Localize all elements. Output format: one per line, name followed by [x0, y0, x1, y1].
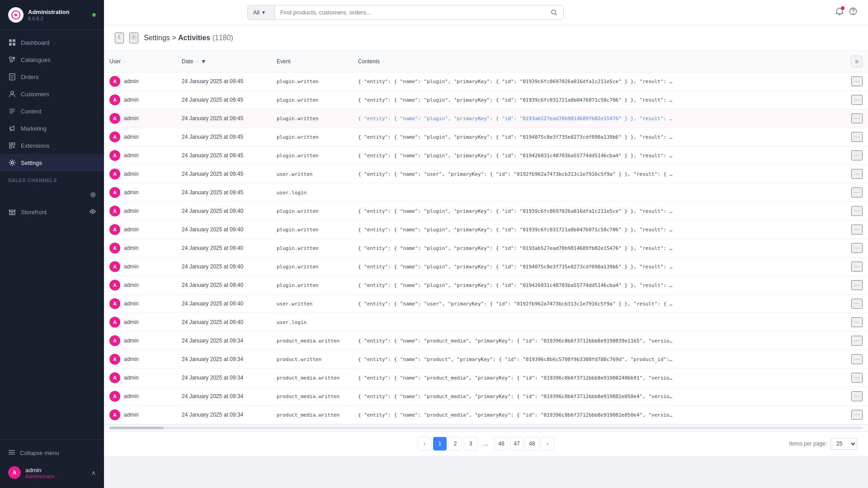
row-actions-btn-4[interactable]: ··· [851, 150, 863, 160]
row-actions-btn-7[interactable]: ··· [851, 206, 863, 216]
table-row: A admin 24 January 2025 at 09:40 plugin.… [104, 258, 868, 276]
svg-rect-15 [9, 111, 15, 112]
help-button[interactable] [849, 7, 857, 18]
horizontal-scrollbar[interactable] [104, 424, 868, 431]
cell-date-0: 24 January 2025 at 09:45 [176, 72, 271, 91]
svg-rect-5 [9, 57, 12, 59]
cell-date-9: 24 January 2025 at 09:40 [176, 239, 271, 258]
sidebar-item-content[interactable]: Content [0, 103, 104, 120]
table-row: A admin 24 January 2025 at 09:45 plugin.… [104, 109, 868, 128]
row-actions-btn-16[interactable]: ··· [851, 373, 863, 383]
contents-col-sort[interactable]: ··· [382, 59, 386, 64]
add-channel-icon[interactable]: ⊕ [90, 190, 96, 199]
table-row: A admin 24 January 2025 at 09:34 product… [104, 350, 868, 369]
cell-date-3: 24 January 2025 at 09:45 [176, 128, 271, 146]
sidebar-item-extensions[interactable]: Extensions [0, 137, 104, 154]
table-row: A admin 24 January 2025 at 09:40 user.wr… [104, 295, 868, 313]
row-actions-btn-15[interactable]: ··· [851, 354, 863, 364]
row-actions-btn-8[interactable]: ··· [851, 225, 863, 235]
row-actions-btn-11[interactable]: ··· [851, 280, 863, 290]
topbar-actions [835, 7, 857, 18]
cell-date-15: 24 January 2025 at 09:34 [176, 350, 271, 369]
sidebar-item-storefront[interactable]: Storefront [0, 203, 104, 221]
row-actions-btn-9[interactable]: ··· [851, 243, 863, 253]
search-filter-dropdown[interactable]: All ▼ [248, 5, 275, 19]
sidebar-item-label-catalogues: Catalogues [21, 56, 51, 63]
table-row: A admin 24 January 2025 at 09:40 plugin.… [104, 202, 868, 221]
sidebar-item-orders[interactable]: Orders [0, 68, 104, 85]
event-col-sort[interactable]: ··· [292, 59, 297, 64]
svg-rect-11 [10, 77, 14, 77]
row-actions-btn-18[interactable]: ··· [851, 410, 863, 420]
svg-rect-19 [13, 143, 15, 145]
activities-count: (1180) [212, 34, 233, 42]
avatar-13: A [109, 317, 120, 328]
search-bar: All ▼ [247, 5, 564, 20]
sidebar-nav: Dashboard Catalogues Orders Customers Co… [0, 30, 104, 439]
cell-contents-18: { "entity": { "name": "product_media", "… [353, 406, 868, 424]
row-actions-btn-6[interactable]: ··· [851, 188, 863, 197]
row-actions-btn-0[interactable]: ··· [851, 76, 863, 86]
svg-point-13 [11, 91, 14, 94]
cell-event-18: product_media.written [271, 406, 353, 424]
pagination-next[interactable]: › [541, 437, 554, 450]
row-actions-btn-2[interactable]: ··· [851, 113, 863, 123]
sidebar-item-marketing[interactable]: Marketing [0, 120, 104, 137]
search-input[interactable] [275, 5, 545, 19]
cell-event-9: plugin.written [271, 239, 353, 258]
svg-rect-18 [9, 143, 12, 145]
sidebar-item-customers[interactable]: Customers [0, 85, 104, 103]
cell-user-6: A admin [104, 183, 176, 202]
user-profile[interactable]: A admin Administrator ∧ [0, 462, 104, 483]
back-button[interactable] [115, 33, 124, 43]
items-per-page-label: Items per page: [789, 441, 827, 447]
pagination-ellipsis: ... [479, 437, 493, 450]
sidebar-item-settings[interactable]: Settings [0, 154, 104, 171]
avatar-3: A [109, 131, 120, 142]
sidebar-item-catalogues[interactable]: Catalogues [0, 51, 104, 68]
row-actions-btn-17[interactable]: ··· [851, 391, 863, 401]
cell-event-10: plugin.written [271, 258, 353, 276]
pagination-page-1[interactable]: 1 [433, 437, 447, 450]
cell-event-4: plugin.written [271, 146, 353, 165]
row-actions-btn-3[interactable]: ··· [851, 132, 863, 142]
pagination-page-46[interactable]: 46 [495, 437, 508, 450]
cell-contents-1: { "entity": { "name": "plugin", "primary… [353, 91, 868, 109]
cell-date-1: 24 January 2025 at 09:45 [176, 91, 271, 109]
svg-point-26 [853, 14, 853, 14]
cell-contents-4: { "entity": { "name": "plugin", "primary… [353, 146, 868, 165]
date-col-sort[interactable]: ··· [195, 59, 199, 64]
activities-table-wrapper: User ··· Date ··· ▼ [104, 51, 868, 431]
cell-user-5: A admin [104, 165, 176, 183]
cell-contents-0: { "entity": { "name": "plugin", "primary… [353, 72, 868, 91]
column-menu-button[interactable]: ≡ [851, 56, 863, 67]
cell-contents-6: ··· [353, 183, 868, 202]
user-col-sort[interactable]: ··· [123, 59, 127, 64]
row-actions-btn-10[interactable]: ··· [851, 262, 863, 272]
sidebar-item-dashboard[interactable]: Dashboard [0, 34, 104, 51]
storefront-visibility-icon[interactable] [90, 208, 96, 216]
items-per-page-select[interactable]: 25 50 100 [830, 438, 857, 450]
date-col-sort-arrow[interactable]: ▼ [201, 58, 207, 65]
search-button[interactable] [545, 5, 563, 19]
row-actions-btn-12[interactable]: ··· [851, 299, 863, 309]
notifications-button[interactable] [835, 7, 844, 18]
sidebar-item-add-channel[interactable]: ⊕ [0, 186, 104, 203]
pagination-page-3[interactable]: 3 [464, 437, 477, 450]
svg-point-27 [133, 36, 135, 38]
row-actions-btn-1[interactable]: ··· [851, 95, 863, 105]
cell-event-14: product_media.written [271, 332, 353, 350]
row-actions-btn-5[interactable]: ··· [851, 169, 863, 179]
svg-rect-16 [9, 113, 13, 113]
row-actions-btn-13[interactable]: ··· [851, 317, 863, 327]
sidebar: Administration 6.6.8.2 Dashboard Catalog… [0, 0, 104, 488]
pagination-page-47[interactable]: 47 [510, 437, 524, 450]
row-actions-btn-14[interactable]: ··· [851, 336, 863, 346]
table-row: A admin 24 January 2025 at 09:45 user.lo… [104, 183, 868, 202]
page-settings-button[interactable] [129, 33, 138, 43]
collapse-menu-btn[interactable]: Collapse menu [0, 444, 104, 462]
pagination-page-2[interactable]: 2 [448, 437, 462, 450]
avatar-11: A [109, 280, 120, 291]
pagination-page-48[interactable]: 48 [525, 437, 539, 450]
pagination-prev[interactable]: ‹ [418, 437, 431, 450]
